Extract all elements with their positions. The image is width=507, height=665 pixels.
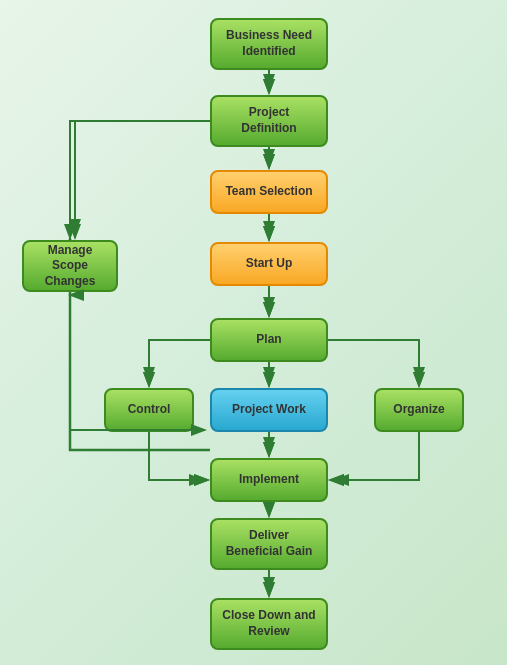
plan-label: Plan — [256, 332, 281, 348]
control-box: Control — [104, 388, 194, 432]
close-down-box: Close Down andReview — [210, 598, 328, 650]
team-selection-label: Team Selection — [225, 184, 312, 200]
organize-label: Organize — [393, 402, 444, 418]
start-up-box: Start Up — [210, 242, 328, 286]
close-down-label: Close Down andReview — [222, 608, 315, 639]
project-def-label: ProjectDefinition — [241, 105, 296, 136]
implement-label: Implement — [239, 472, 299, 488]
diagram-container: Business NeedIdentified ProjectDefinitio… — [0, 0, 507, 665]
plan-box: Plan — [210, 318, 328, 362]
start-up-label: Start Up — [246, 256, 293, 272]
business-need-box: Business NeedIdentified — [210, 18, 328, 70]
project-definition-box: ProjectDefinition — [210, 95, 328, 147]
project-work-label: Project Work — [232, 402, 306, 418]
manage-scope-label: Manage ScopeChanges — [32, 243, 108, 290]
business-need-label: Business NeedIdentified — [226, 28, 312, 59]
deliver-box: DeliverBeneficial Gain — [210, 518, 328, 570]
project-work-box: Project Work — [210, 388, 328, 432]
manage-scope-box: Manage ScopeChanges — [22, 240, 118, 292]
team-selection-box: Team Selection — [210, 170, 328, 214]
control-label: Control — [128, 402, 171, 418]
organize-box: Organize — [374, 388, 464, 432]
implement-box: Implement — [210, 458, 328, 502]
deliver-label: DeliverBeneficial Gain — [226, 528, 313, 559]
